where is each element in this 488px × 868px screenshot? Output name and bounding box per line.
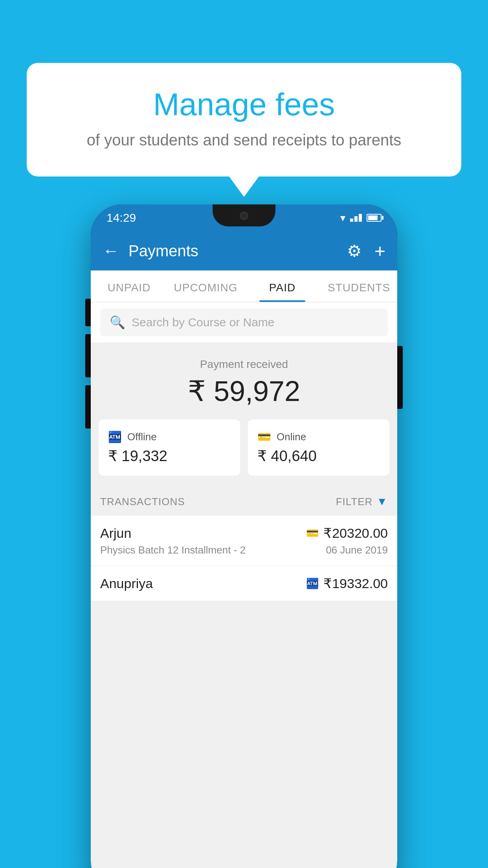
offline-payment-card: 🏧 Offline ₹ 19,332: [99, 419, 240, 476]
camera: [240, 211, 248, 220]
settings-icon[interactable]: ⚙: [347, 241, 362, 261]
speech-bubble: Manage fees of your students and send re…: [27, 63, 461, 177]
side-button-volume-down2: [85, 385, 91, 428]
app-bar: ← Payments ⚙ +: [91, 231, 397, 270]
offline-amount: ₹ 19,332: [108, 447, 231, 465]
notch: [213, 204, 275, 226]
app-bar-left: ← Payments: [103, 241, 198, 260]
search-input[interactable]: Search by Course or Name: [132, 316, 275, 329]
payment-cards: 🏧 Offline ₹ 19,332 💳 Online ₹ 40,640: [91, 419, 397, 487]
transactions-label: TRANSACTIONS: [100, 496, 185, 508]
phone-content: 14:29 ▾: [91, 204, 397, 868]
online-label: Online: [277, 431, 306, 443]
tab-students[interactable]: STUDENTS: [321, 270, 397, 302]
transaction-name: Anupriya: [100, 576, 153, 591]
offline-icon: 🏧: [108, 430, 122, 443]
payment-received-amount: ₹ 59,972: [91, 375, 397, 408]
side-button-power: [397, 346, 403, 409]
transaction-top: Arjun 💳 ₹20320.00: [100, 525, 388, 541]
transaction-date: 06 June 2019: [326, 544, 388, 556]
transaction-amount-wrap: 💳 ₹20320.00: [306, 525, 388, 541]
search-input-wrap[interactable]: 🔍 Search by Course or Name: [100, 309, 388, 336]
transactions-header: TRANSACTIONS FILTER ▼: [91, 487, 397, 516]
phone-shell: 14:29 ▾: [91, 204, 397, 868]
status-time: 14:29: [106, 211, 136, 224]
search-bar: 🔍 Search by Course or Name: [91, 302, 397, 342]
app-bar-right: ⚙ +: [347, 240, 385, 262]
transaction-amount: ₹19332.00: [323, 576, 388, 591]
transaction-partial-top: Anupriya 🏧 ₹19332.00: [100, 576, 388, 591]
online-icon: 💳: [257, 430, 271, 443]
add-icon[interactable]: +: [374, 240, 385, 262]
speech-bubble-subtitle: of your students and send receipts to pa…: [46, 131, 442, 149]
payment-received-label: Payment received: [91, 358, 397, 371]
back-button[interactable]: ←: [103, 241, 119, 260]
offline-card-header: 🏧 Offline: [108, 430, 231, 443]
side-button-volume-down: [85, 334, 91, 377]
side-button-volume-up: [85, 299, 91, 326]
filter-label: FILTER: [336, 496, 373, 508]
main-content: 🔍 Search by Course or Name Payment recei…: [91, 302, 397, 868]
online-amount: ₹ 40,640: [257, 447, 380, 465]
transaction-payment-icon: 💳: [306, 527, 319, 539]
transaction-name: Arjun: [100, 526, 131, 541]
payment-received-section: Payment received ₹ 59,972: [91, 342, 397, 419]
transaction-cash-icon: 🏧: [306, 577, 319, 590]
online-payment-card: 💳 Online ₹ 40,640: [248, 419, 389, 476]
phone: 14:29 ▾: [91, 204, 397, 868]
signal-icon: [350, 214, 362, 222]
transaction-amount-wrap: 🏧 ₹19332.00: [306, 576, 388, 591]
transaction-details: Physics Batch 12 Installment - 2 06 June…: [100, 544, 388, 556]
filter-button[interactable]: FILTER ▼: [336, 495, 388, 508]
search-icon: 🔍: [110, 315, 125, 330]
battery-icon: [367, 214, 382, 222]
tabs: UNPAID UPCOMING PAID STUDENTS: [91, 270, 397, 302]
page-title: Payments: [128, 242, 198, 260]
offline-label: Offline: [127, 431, 157, 443]
status-icons: ▾: [340, 212, 382, 224]
online-card-header: 💳 Online: [257, 430, 380, 443]
filter-icon: ▼: [376, 495, 388, 508]
table-row[interactable]: Arjun 💳 ₹20320.00 Physics Batch 12 Insta…: [91, 516, 397, 566]
table-row[interactable]: Anupriya 🏧 ₹19332.00: [91, 566, 397, 601]
tab-paid[interactable]: PAID: [244, 270, 321, 302]
wifi-icon: ▾: [340, 212, 345, 224]
speech-bubble-title: Manage fees: [46, 86, 442, 123]
transaction-amount: ₹20320.00: [323, 525, 388, 541]
tab-unpaid[interactable]: UNPAID: [91, 270, 167, 302]
status-bar-container: 14:29 ▾: [91, 204, 397, 231]
transaction-course: Physics Batch 12 Installment - 2: [100, 544, 246, 556]
tab-upcoming[interactable]: UPCOMING: [167, 270, 244, 302]
